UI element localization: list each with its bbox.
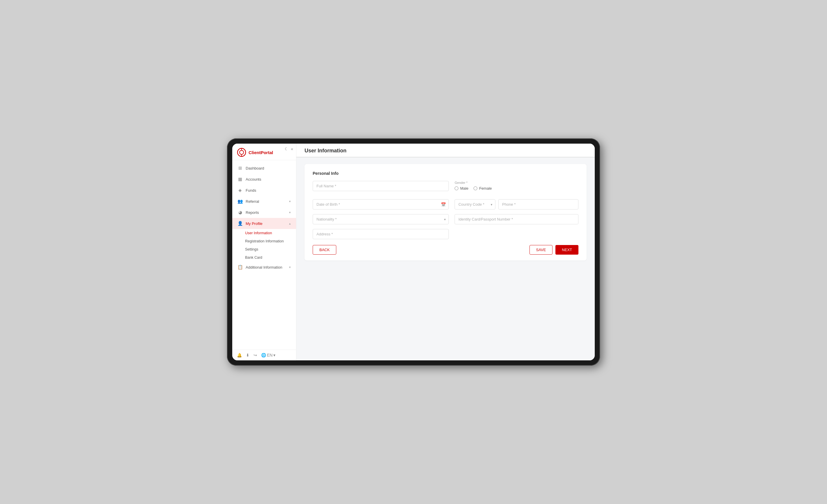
col-dob: 📅 [313,199,449,209]
gender-male-label: Male [460,186,468,191]
form-row-4 [313,229,578,239]
sidebar-item-reports[interactable]: ◕ Reports ▾ [232,207,296,218]
btn-group-right: SAVE NEXT [530,245,578,255]
moon-icon[interactable]: ☾ [285,147,289,151]
section-title: Personal Info [313,171,578,176]
pie-chart-icon: ◕ [238,210,243,215]
logo-icon [237,148,246,157]
col-gender: Gender * Male Female [454,181,578,195]
sidebar-header: ClientPortal ☾ « [232,144,296,160]
sidebar-item-label: Dashboard [246,166,264,170]
sidebar-item-funds[interactable]: ◈ Funds [232,185,296,196]
sidebar-item-additional-information[interactable]: 📋 Additional Information ▾ [232,262,296,273]
phone-row: Country Code * ▾ [454,199,578,209]
sidebar-sub-settings[interactable]: Settings [245,245,296,253]
form-card: Personal Info Gender * [304,164,587,260]
chevron-down-icon: ▾ [289,200,291,203]
device-frame: ClientPortal ☾ « ⊞ Dashboard ▦ Accounts [227,138,600,366]
dob-input[interactable] [313,199,449,209]
save-button[interactable]: SAVE [530,245,553,255]
main-body: Personal Info Gender * [296,158,595,267]
page-title: User Information [304,148,587,154]
sidebar-item-dashboard[interactable]: ⊞ Dashboard [232,162,296,173]
language-selector[interactable]: 🌐 EN ▾ [261,353,275,357]
sidebar-item-label: Reports [246,210,259,215]
my-profile-submenu: User Information Registration Informatio… [232,229,296,262]
nationality-wrapper: Nationality * ▾ [313,214,449,224]
logo-text: ClientPortal [249,150,273,155]
download-icon[interactable]: ⬇ [246,353,249,357]
sidebar-item-referral[interactable]: 👥 Referral ▾ [232,196,296,207]
lang-label: EN [267,353,273,357]
calendar-icon: 📅 [441,202,446,207]
sidebar-item-label: Funds [246,188,256,193]
user-icon: 👤 [238,221,243,226]
col-identity [454,214,578,224]
sidebar-top-controls: ☾ « [285,147,293,151]
bell-icon[interactable]: 🔔 [237,353,242,357]
bar-chart-icon: ▦ [238,177,243,182]
col-address [313,229,449,239]
country-code-select[interactable]: Country Code * [454,199,495,209]
identity-input[interactable] [454,214,578,224]
wallet-icon: ◈ [238,188,243,193]
main-content: User Information Personal Info Gend [296,144,595,360]
address-input[interactable] [313,229,449,239]
sidebar-sub-user-information[interactable]: User Information [245,229,296,237]
users-icon: 👥 [238,199,243,204]
col-phone-group: Country Code * ▾ [454,199,578,209]
chevron-down-icon: ▾ [289,211,291,214]
full-name-input[interactable] [313,181,449,191]
sidebar-sub-bank-card[interactable]: Bank Card [245,253,296,262]
country-code-wrapper: Country Code * ▾ [454,199,495,209]
phone-input[interactable] [498,199,578,209]
gender-female[interactable]: Female [474,186,492,191]
gender-female-radio[interactable] [474,187,477,190]
form-row-1: Gender * Male Female [313,181,578,195]
app-container: ClientPortal ☾ « ⊞ Dashboard ▦ Accounts [232,144,595,360]
globe-icon: 🌐 [261,353,266,357]
gender-group: Gender * Male Female [454,181,578,191]
sidebar-item-label: Referral [246,199,259,204]
sidebar-footer: 🔔 ⬇ ↪ 🌐 EN ▾ [232,350,296,360]
sidebar-sub-registration-information[interactable]: Registration Information [245,237,296,245]
col-nationality: Nationality * ▾ [313,214,449,224]
grid-icon: ⊞ [238,165,243,171]
form-actions: BACK SAVE NEXT [313,245,578,255]
gender-male-radio[interactable] [454,187,458,190]
sidebar-item-my-profile[interactable]: 👤 My Profile ▴ [232,218,296,229]
sidebar: ClientPortal ☾ « ⊞ Dashboard ▦ Accounts [232,144,296,360]
sidebar-nav: ⊞ Dashboard ▦ Accounts ◈ Funds 👥 Referra… [232,160,296,350]
page-header: User Information [296,144,595,157]
chevron-down-icon: ▾ [289,265,291,269]
file-icon: 📋 [238,264,243,270]
dob-wrapper: 📅 [313,199,449,209]
gender-options: Male Female [454,186,578,191]
form-row-3: Nationality * ▾ [313,214,578,224]
gender-male[interactable]: Male [454,186,468,191]
phone-wrapper [498,199,578,209]
sidebar-item-label: My Profile [246,221,262,226]
col-full-name [313,181,449,191]
gender-label: Gender * [454,181,578,185]
gender-female-label: Female [479,186,492,191]
chevron-up-icon: ▴ [289,222,291,225]
sidebar-item-label: Accounts [246,177,261,182]
logout-icon[interactable]: ↪ [253,353,257,357]
chevron-down-icon: ▾ [273,353,275,357]
sidebar-item-accounts[interactable]: ▦ Accounts [232,173,296,185]
back-button[interactable]: BACK [313,245,336,255]
svg-point-1 [240,150,244,154]
sidebar-item-label: Additional Information [246,265,282,269]
collapse-icon[interactable]: « [291,147,293,151]
form-row-2: 📅 Country Code * ▾ [313,199,578,209]
nationality-select[interactable]: Nationality * [313,214,449,224]
next-button[interactable]: NEXT [555,245,578,255]
